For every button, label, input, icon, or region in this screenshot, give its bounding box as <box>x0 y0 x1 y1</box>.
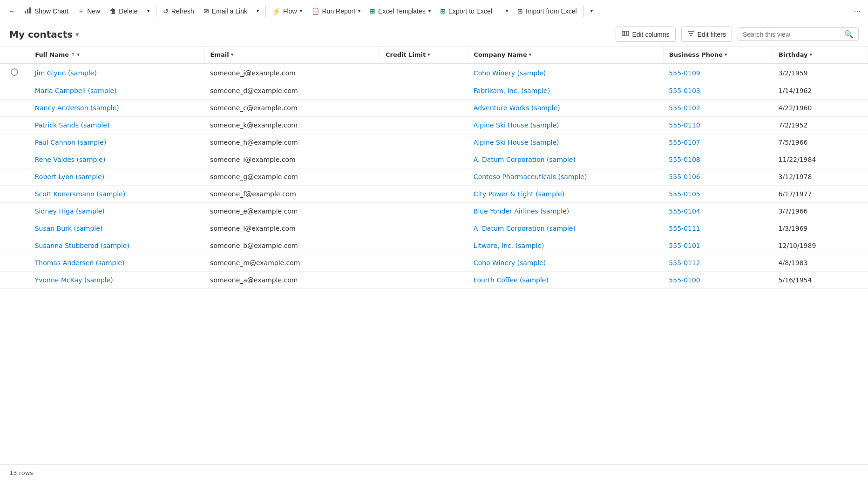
contact-phone[interactable]: 555-0111 <box>663 220 773 237</box>
contact-phone[interactable]: 555-0101 <box>663 237 773 254</box>
contact-company[interactable]: Litware, Inc. (sample) <box>468 237 664 254</box>
svg-rect-0 <box>25 11 26 13</box>
row-checkbox-cell <box>0 63 29 82</box>
email-link-button[interactable]: ✉ Email a Link <box>199 5 252 18</box>
delete-chevron[interactable]: ▾ <box>142 6 154 16</box>
contact-name[interactable]: Sidney Higa (sample) <box>29 203 204 220</box>
edit-columns-button[interactable]: Edit columns <box>616 27 675 42</box>
footer: 13 rows <box>0 464 868 481</box>
search-button[interactable]: 🔍 <box>844 30 854 39</box>
contact-birthday: 3/12/1978 <box>773 168 868 186</box>
contact-name[interactable]: Maria Campbell (sample) <box>29 82 204 100</box>
contact-phone[interactable]: 555-0100 <box>663 272 773 289</box>
run-report-button[interactable]: 📋 Run Report ▾ <box>307 5 366 18</box>
contact-company[interactable]: Alpine Ski House (sample) <box>468 117 664 134</box>
contact-name[interactable]: Robert Lyon (sample) <box>29 168 204 186</box>
edit-filters-button[interactable]: Edit filters <box>681 27 732 42</box>
contact-credit-limit <box>380 254 468 272</box>
table-row: Yvonne McKay (sample)someone_a@example.c… <box>0 272 868 289</box>
contact-name[interactable]: Thomas Andersen (sample) <box>29 254 204 272</box>
chart-icon <box>24 7 32 15</box>
contact-name[interactable]: Patrick Sands (sample) <box>29 117 204 134</box>
contact-phone[interactable]: 555-0103 <box>663 82 773 100</box>
contact-phone[interactable]: 555-0110 <box>663 117 773 134</box>
columns-icon <box>622 30 629 39</box>
contact-email: someone_j@example.com <box>204 63 380 82</box>
new-button[interactable]: ＋ New <box>73 4 105 18</box>
contact-credit-limit <box>380 82 468 100</box>
col-header-email[interactable]: Email ▾ <box>204 47 380 63</box>
col-header-full-name[interactable]: Full Name ↑ ▾ <box>29 47 204 63</box>
contact-name[interactable]: Scott Konersmann (sample) <box>29 186 204 203</box>
excel-templates-button[interactable]: ⊞ Excel Templates ▾ <box>365 5 435 18</box>
contact-name[interactable]: Paul Cannon (sample) <box>29 134 204 151</box>
contact-company[interactable]: Blue Yonder Airlines (sample) <box>468 203 664 220</box>
contact-company[interactable]: Coho Winery (sample) <box>468 63 664 82</box>
import-excel-button[interactable]: ⊞ Import from Excel <box>513 5 582 18</box>
col-header-business-phone[interactable]: Business Phone ▾ <box>663 47 773 63</box>
contact-birthday: 7/2/1952 <box>773 117 868 134</box>
contact-name[interactable]: Yvonne McKay (sample) <box>29 272 204 289</box>
contact-phone[interactable]: 555-0107 <box>663 134 773 151</box>
row-checkbox[interactable] <box>11 68 18 76</box>
contact-phone[interactable]: 555-0105 <box>663 186 773 203</box>
contact-name[interactable]: Jim Glynn (sample) <box>29 63 204 82</box>
row-checkbox-cell <box>0 100 29 117</box>
contact-phone[interactable]: 555-0102 <box>663 100 773 117</box>
table-row: Scott Konersmann (sample)someone_f@examp… <box>0 186 868 203</box>
delete-button[interactable]: 🗑 Delete <box>105 5 142 18</box>
flow-button[interactable]: ⚡ Flow ▾ <box>268 5 307 18</box>
search-input[interactable] <box>743 31 841 38</box>
contact-company[interactable]: Fabrikam, Inc. (sample) <box>468 82 664 100</box>
contact-company[interactable]: Adventure Works (sample) <box>468 100 664 117</box>
contact-credit-limit <box>380 168 468 186</box>
more-icon: ⋯ <box>854 7 861 15</box>
table-row: Susan Burk (sample)someone_l@example.com… <box>0 220 868 237</box>
import-excel-chevron[interactable]: ▾ <box>586 6 597 16</box>
contact-birthday: 3/2/1959 <box>773 63 868 82</box>
contact-company[interactable]: City Power & Light (sample) <box>468 186 664 203</box>
table-header-row: Full Name ↑ ▾ Email ▾ Credit Limit ▾ <box>0 47 868 63</box>
contact-phone[interactable]: 555-0109 <box>663 63 773 82</box>
contact-birthday: 4/22/1960 <box>773 100 868 117</box>
more-options-button[interactable]: ⋯ <box>850 5 864 18</box>
contact-name[interactable]: Rene Valdes (sample) <box>29 151 204 168</box>
contact-phone[interactable]: 555-0108 <box>663 151 773 168</box>
page-title[interactable]: My contacts ▾ <box>9 29 79 40</box>
chevron-down-icon: ▾ <box>147 8 149 13</box>
col-header-birthday[interactable]: Birthday ▾ <box>773 47 868 63</box>
contact-email: someone_f@example.com <box>204 186 380 203</box>
contact-credit-limit <box>380 151 468 168</box>
contact-name[interactable]: Susanna Stubberod (sample) <box>29 237 204 254</box>
export-excel-chevron[interactable]: ▾ <box>501 6 513 16</box>
export-excel-button[interactable]: ⊞ Export to Excel <box>435 5 497 18</box>
page-header-actions: Edit columns Edit filters 🔍 <box>616 27 859 42</box>
row-checkbox-cell <box>0 134 29 151</box>
contact-company[interactable]: Fourth Coffee (sample) <box>468 272 664 289</box>
contact-email: someone_d@example.com <box>204 82 380 100</box>
table-row: Jim Glynn (sample)someone_j@example.comC… <box>0 63 868 82</box>
email-link-chevron[interactable]: ▾ <box>252 6 264 16</box>
contact-phone[interactable]: 555-0112 <box>663 254 773 272</box>
contact-birthday: 12/10/1989 <box>773 237 868 254</box>
contact-company[interactable]: A. Datum Corporation (sample) <box>468 220 664 237</box>
show-chart-button[interactable]: Show Chart <box>20 4 73 18</box>
back-button[interactable]: ← <box>4 5 20 18</box>
contact-company[interactable]: A. Datum Corporation (sample) <box>468 151 664 168</box>
contact-phone[interactable]: 555-0106 <box>663 168 773 186</box>
toolbar: ← Show Chart ＋ New 🗑 Delete ▾ ↺ Refresh … <box>0 0 868 22</box>
contact-birthday: 6/17/1977 <box>773 186 868 203</box>
col-header-credit-limit[interactable]: Credit Limit ▾ <box>380 47 468 63</box>
contact-company[interactable]: Alpine Ski House (sample) <box>468 134 664 151</box>
table-row: Patrick Sands (sample)someone_k@example.… <box>0 117 868 134</box>
contact-phone[interactable]: 555-0104 <box>663 203 773 220</box>
contact-name[interactable]: Susan Burk (sample) <box>29 220 204 237</box>
filter-chevron-name: ▾ <box>77 52 80 58</box>
chevron-down-icon-3: ▾ <box>300 8 302 13</box>
col-header-company-name[interactable]: Company Name ▾ <box>468 47 664 63</box>
contacts-table-body: Jim Glynn (sample)someone_j@example.comC… <box>0 63 868 289</box>
contact-company[interactable]: Contoso Pharmaceuticals (sample) <box>468 168 664 186</box>
refresh-button[interactable]: ↺ Refresh <box>158 5 199 18</box>
contact-company[interactable]: Coho Winery (sample) <box>468 254 664 272</box>
contact-name[interactable]: Nancy Anderson (sample) <box>29 100 204 117</box>
